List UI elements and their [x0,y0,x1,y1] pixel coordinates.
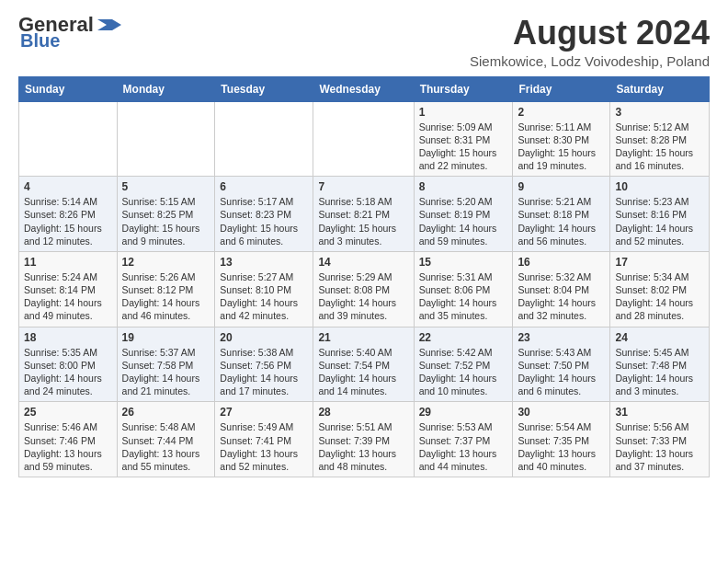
day-number: 31 [615,406,704,419]
month-title: August 2024 [470,15,710,52]
day-number: 30 [518,406,605,419]
day-content: Sunrise: 5:51 AM Sunset: 7:39 PM Dayligh… [318,420,408,473]
day-content: Sunrise: 5:29 AM Sunset: 8:08 PM Dayligh… [318,270,408,323]
day-content: Sunrise: 5:27 AM Sunset: 8:10 PM Dayligh… [220,270,308,323]
calendar-cell: 14Sunrise: 5:29 AM Sunset: 8:08 PM Dayli… [313,251,414,327]
weekday-header-tuesday: Tuesday [215,76,313,101]
calendar-cell: 8Sunrise: 5:20 AM Sunset: 8:19 PM Daylig… [414,177,513,252]
calendar-cell: 16Sunrise: 5:32 AM Sunset: 8:04 PM Dayli… [513,251,610,327]
calendar-cell [313,101,414,177]
calendar-cell: 10Sunrise: 5:23 AM Sunset: 8:16 PM Dayli… [610,177,710,252]
day-content: Sunrise: 5:35 AM Sunset: 8:00 PM Dayligh… [24,346,112,398]
weekday-header-wednesday: Wednesday [313,76,414,101]
day-number: 19 [122,331,210,344]
calendar-cell: 6Sunrise: 5:17 AM Sunset: 8:23 PM Daylig… [215,177,313,252]
title-area: August 2024 Siemkowice, Lodz Voivodeship… [470,15,710,69]
calendar-cell: 19Sunrise: 5:37 AM Sunset: 7:58 PM Dayli… [117,327,215,402]
day-content: Sunrise: 5:40 AM Sunset: 7:54 PM Dayligh… [318,346,408,398]
day-content: Sunrise: 5:20 AM Sunset: 8:19 PM Dayligh… [419,195,508,247]
day-content: Sunrise: 5:24 AM Sunset: 8:14 PM Dayligh… [24,270,112,323]
day-number: 18 [24,331,112,344]
week-row-3: 11Sunrise: 5:24 AM Sunset: 8:14 PM Dayli… [19,251,710,327]
day-content: Sunrise: 5:38 AM Sunset: 7:56 PM Dayligh… [220,346,308,398]
page-header: General Blue August 2024 Siemkowice, Lod… [18,15,710,69]
day-content: Sunrise: 5:45 AM Sunset: 7:48 PM Dayligh… [615,346,704,398]
calendar-cell: 15Sunrise: 5:31 AM Sunset: 8:06 PM Dayli… [414,251,513,327]
day-number: 26 [122,406,210,419]
day-content: Sunrise: 5:21 AM Sunset: 8:18 PM Dayligh… [518,195,605,247]
calendar-cell: 4Sunrise: 5:14 AM Sunset: 8:26 PM Daylig… [19,177,118,252]
calendar-cell: 17Sunrise: 5:34 AM Sunset: 8:02 PM Dayli… [610,251,710,327]
calendar-cell: 7Sunrise: 5:18 AM Sunset: 8:21 PM Daylig… [313,177,414,252]
day-number: 28 [318,406,408,419]
day-number: 16 [518,256,605,269]
day-content: Sunrise: 5:32 AM Sunset: 8:04 PM Dayligh… [518,270,605,323]
weekday-header-row: SundayMondayTuesdayWednesdayThursdayFrid… [19,76,710,101]
calendar-cell: 18Sunrise: 5:35 AM Sunset: 8:00 PM Dayli… [19,327,118,402]
day-number: 21 [318,331,408,344]
week-row-1: 1Sunrise: 5:09 AM Sunset: 8:31 PM Daylig… [19,101,710,177]
calendar-cell: 28Sunrise: 5:51 AM Sunset: 7:39 PM Dayli… [313,402,414,477]
day-number: 10 [615,180,704,193]
calendar-cell: 1Sunrise: 5:09 AM Sunset: 8:31 PM Daylig… [414,101,513,177]
day-number: 20 [220,331,308,344]
logo-arrow-icon [96,16,123,34]
day-content: Sunrise: 5:54 AM Sunset: 7:35 PM Dayligh… [518,420,605,473]
day-number: 1 [419,106,508,119]
calendar-cell: 30Sunrise: 5:54 AM Sunset: 7:35 PM Dayli… [513,402,610,477]
calendar-cell: 9Sunrise: 5:21 AM Sunset: 8:18 PM Daylig… [513,177,610,252]
day-number: 17 [615,256,704,269]
day-number: 9 [518,180,605,193]
calendar-cell: 20Sunrise: 5:38 AM Sunset: 7:56 PM Dayli… [215,327,313,402]
day-number: 5 [122,180,210,193]
day-content: Sunrise: 5:46 AM Sunset: 7:46 PM Dayligh… [24,420,112,473]
weekday-header-saturday: Saturday [610,76,710,101]
day-number: 11 [24,256,112,269]
day-content: Sunrise: 5:49 AM Sunset: 7:41 PM Dayligh… [220,420,308,473]
calendar-cell: 12Sunrise: 5:26 AM Sunset: 8:12 PM Dayli… [117,251,215,327]
weekday-header-thursday: Thursday [414,76,513,101]
day-content: Sunrise: 5:42 AM Sunset: 7:52 PM Dayligh… [419,346,508,398]
day-number: 13 [220,256,308,269]
calendar-cell: 22Sunrise: 5:42 AM Sunset: 7:52 PM Dayli… [414,327,513,402]
weekday-header-sunday: Sunday [19,76,118,101]
day-number: 14 [318,256,408,269]
calendar-table: SundayMondayTuesdayWednesdayThursdayFrid… [18,76,710,477]
day-content: Sunrise: 5:09 AM Sunset: 8:31 PM Dayligh… [419,121,508,173]
calendar-cell: 26Sunrise: 5:48 AM Sunset: 7:44 PM Dayli… [117,402,215,477]
day-number: 7 [318,180,408,193]
day-content: Sunrise: 5:17 AM Sunset: 8:23 PM Dayligh… [220,195,308,247]
calendar-cell: 25Sunrise: 5:46 AM Sunset: 7:46 PM Dayli… [19,402,118,477]
calendar-cell [215,101,313,177]
day-content: Sunrise: 5:26 AM Sunset: 8:12 PM Dayligh… [122,270,210,323]
day-number: 29 [419,406,508,419]
day-number: 3 [615,106,704,119]
location-text: Siemkowice, Lodz Voivodeship, Poland [470,53,710,69]
calendar-cell: 24Sunrise: 5:45 AM Sunset: 7:48 PM Dayli… [610,327,710,402]
day-content: Sunrise: 5:43 AM Sunset: 7:50 PM Dayligh… [518,346,605,398]
calendar-cell: 29Sunrise: 5:53 AM Sunset: 7:37 PM Dayli… [414,402,513,477]
day-number: 2 [518,106,605,119]
calendar-body: 1Sunrise: 5:09 AM Sunset: 8:31 PM Daylig… [19,101,710,477]
week-row-5: 25Sunrise: 5:46 AM Sunset: 7:46 PM Dayli… [19,402,710,477]
day-number: 23 [518,331,605,344]
day-content: Sunrise: 5:14 AM Sunset: 8:26 PM Dayligh… [24,195,112,247]
day-number: 15 [419,256,508,269]
day-number: 4 [24,180,112,193]
day-number: 8 [419,180,508,193]
day-content: Sunrise: 5:23 AM Sunset: 8:16 PM Dayligh… [615,195,704,247]
day-content: Sunrise: 5:37 AM Sunset: 7:58 PM Dayligh… [122,346,210,398]
logo-blue-text: Blue [18,31,60,50]
day-content: Sunrise: 5:18 AM Sunset: 8:21 PM Dayligh… [318,195,408,247]
calendar-cell [117,101,215,177]
day-number: 12 [122,256,210,269]
week-row-4: 18Sunrise: 5:35 AM Sunset: 8:00 PM Dayli… [19,327,710,402]
calendar-cell: 2Sunrise: 5:11 AM Sunset: 8:30 PM Daylig… [513,101,610,177]
calendar-cell: 27Sunrise: 5:49 AM Sunset: 7:41 PM Dayli… [215,402,313,477]
week-row-2: 4Sunrise: 5:14 AM Sunset: 8:26 PM Daylig… [19,177,710,252]
calendar-cell: 3Sunrise: 5:12 AM Sunset: 8:28 PM Daylig… [610,101,710,177]
day-content: Sunrise: 5:11 AM Sunset: 8:30 PM Dayligh… [518,121,605,173]
day-content: Sunrise: 5:56 AM Sunset: 7:33 PM Dayligh… [615,420,704,473]
day-content: Sunrise: 5:53 AM Sunset: 7:37 PM Dayligh… [419,420,508,473]
calendar-cell: 11Sunrise: 5:24 AM Sunset: 8:14 PM Dayli… [19,251,118,327]
